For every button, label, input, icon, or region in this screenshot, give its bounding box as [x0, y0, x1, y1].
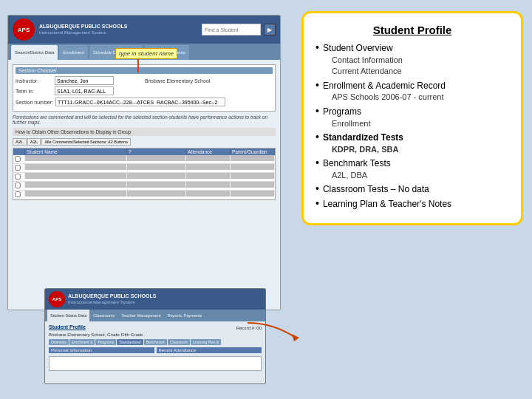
list-item-standardized-tests: • Standardized Tests KDPR, DRA, SBA [316, 132, 509, 155]
bottom-aps-system: Instructional Management System [68, 300, 156, 305]
term-input[interactable] [55, 86, 114, 95]
row-checkbox-3[interactable] [15, 174, 21, 180]
bottom-nav-reports[interactable]: Reports, Payments [164, 310, 205, 321]
info-panel-title: Student Profile [316, 24, 509, 36]
bottom-aps-logo: APS [49, 291, 65, 307]
bullet-learning-plan: • [316, 198, 319, 208]
student-profile-info-panel: Student Profile • Student Overview Conta… [301, 11, 523, 225]
arrow-connector [244, 319, 303, 344]
bottom-screenshot-panel: APS ALBUQUERQUE PUBLIC SCHOOLS Instructi… [44, 288, 266, 384]
bullet-benchmark-tests: • [316, 157, 319, 168]
school-label: Brisbane Elementary School [145, 78, 210, 83]
programs-text: Programs Enrollment [323, 106, 371, 129]
row-checkbox-4[interactable] [15, 183, 21, 188]
bullet-std-tests: • [316, 132, 319, 142]
th-attendance: Attendance [186, 149, 231, 155]
school-row: Brisbane Elementary School [145, 76, 273, 85]
bullet-overview: • [316, 42, 319, 52]
student-table: Student Name ? Attendance Parent/Guardia… [13, 148, 276, 200]
table-row [13, 155, 275, 164]
term-label: Term in: [16, 89, 52, 94]
table-header: Student Name ? Attendance Parent/Guardia… [13, 149, 275, 155]
profile-tabs: Overview Enrollment & Programs Standardi… [49, 339, 262, 345]
nav-enrollment[interactable]: Enrollment [59, 45, 88, 60]
bottom-school-info: Brisbane Elementary School, Grade Fifth … [49, 332, 262, 337]
annotation-text: type in student name [115, 48, 177, 59]
aps-system: Instructional Management System [39, 30, 127, 35]
bottom-student-profile-title: Student Profile [49, 324, 86, 330]
bottom-content-area [49, 356, 262, 371]
bullet-classroom-tests: • [316, 183, 319, 194]
bullet-programs: • [316, 106, 319, 116]
bottom-aps-header: APS ALBUQUERQUE PUBLIC SCHOOLS Instructi… [45, 289, 265, 310]
aps-logo: APS [13, 18, 35, 41]
benchmark-tests-text: Benchmark Tests A2L, DBA [323, 157, 391, 181]
az-bar: A2L A2L Alle Comments/Selected Sections:… [13, 138, 276, 146]
instructor-row: Instructor: [16, 76, 143, 85]
personal-info-title: Personal Information [49, 347, 154, 353]
th-student-name: Student Name [25, 149, 127, 155]
bottom-aps-name: ALBUQUERQUE PUBLIC SCHOOLS [68, 293, 156, 299]
enrollment-sub: Enrollment [332, 118, 371, 129]
table-row [13, 164, 275, 173]
main-content-area: Section Chooser Instructor: Brisbane Ele… [8, 60, 280, 205]
how-to-bar: How to Obtain Other Observations to Disp… [13, 128, 276, 136]
list-item-learning-plan: • Learning Plan & Teacher's Notes [316, 198, 509, 211]
a2l-btn-1[interactable]: A2L [13, 138, 27, 146]
list-item-enrollment: • Enrollment & Academic Record APS Schoo… [316, 80, 509, 103]
kdpr-sub: KDPR, DRA, SBA [332, 144, 403, 155]
table-row [13, 191, 275, 200]
overview-text: Student Overview Contact Information Cur… [323, 42, 403, 78]
tab-programs[interactable]: Programs [95, 339, 116, 345]
classroom-tests-text: Classroom Tests – No data [323, 183, 429, 196]
a2l-dba-sub: A2L, DBA [332, 170, 391, 181]
a2l-btn-2[interactable]: A2L [27, 138, 41, 146]
standardized-tests-text: Standardized Tests KDPR, DRA, SBA [323, 132, 403, 155]
th-q: ? [127, 149, 186, 155]
find-student-button[interactable]: ▶ [264, 24, 276, 35]
tab-enrollment[interactable]: Enrollment & [69, 339, 95, 345]
list-item-overview: • Student Overview Contact Information C… [316, 42, 509, 78]
bottom-nav-bar: Student Status Data Classrooms Teacher M… [45, 310, 265, 321]
bullet-enrollment: • [316, 80, 319, 90]
contact-info-sub: Contact Information [332, 55, 403, 66]
find-student-area[interactable]: ▶ [202, 24, 276, 35]
table-row [13, 173, 275, 182]
current-attendance-sub: Current Attendance [332, 66, 403, 77]
recent-attendance-title: Recent Attendance [157, 347, 262, 353]
list-item-benchmark-tests: • Benchmark Tests A2L, DBA [316, 157, 509, 181]
section-input[interactable] [55, 98, 225, 106]
bottom-main-content: Student Profile Record #: 00 Brisbane El… [45, 321, 265, 374]
svg-marker-0 [292, 334, 299, 341]
aps-header: APS ALBUQUERQUE PUBLIC SCHOOLS Instructi… [8, 16, 280, 44]
section-row: Section number: [16, 98, 273, 106]
find-student-input[interactable] [202, 24, 261, 35]
tab-overview[interactable]: Overview [49, 339, 69, 345]
instructor-input[interactable] [55, 76, 114, 85]
term-row: Term in: [16, 86, 143, 95]
list-item-programs: • Programs Enrollment [316, 106, 509, 129]
row-checkbox-1[interactable] [15, 156, 21, 162]
table-row [13, 182, 275, 191]
annotation-arrow: type in student name [115, 48, 177, 72]
enrollment-text: Enrollment & Academic Record APS Schools… [323, 80, 446, 103]
aps-schools-sub: APS Schools 2006-07 - current [332, 92, 446, 103]
info-panel-list: • Student Overview Contact Information C… [316, 42, 509, 211]
bottom-nav-classrooms[interactable]: Classrooms [90, 310, 117, 321]
row-checkbox-5[interactable] [15, 191, 21, 197]
list-item-classroom-tests: • Classroom Tests – No data [316, 183, 509, 196]
tab-classroom-tests[interactable]: Classroom [168, 339, 190, 345]
left-screenshot-panel: APS ALBUQUERQUE PUBLIC SCHOOLS Instructi… [7, 15, 281, 310]
annotation-line [137, 59, 139, 72]
tab-standardized-tests[interactable]: Standardized [117, 339, 143, 345]
instructor-label: Instructor: [16, 78, 52, 83]
bottom-aps-title: ALBUQUERQUE PUBLIC SCHOOLS Instructional… [68, 293, 156, 305]
tab-benchmark-tests[interactable]: Benchmark [144, 339, 167, 345]
nav-search-data[interactable]: Search/District Data [11, 45, 58, 60]
bottom-nav-search[interactable]: Student Status Data [47, 310, 89, 321]
bottom-nav-teacher-mgmt[interactable]: Teacher Management [118, 310, 163, 321]
alle-comments-btn[interactable]: Alle Comments/Selected Sections: A2 Butt… [41, 138, 131, 146]
learning-plan-text: Learning Plan & Teacher's Notes [323, 198, 451, 211]
row-checkbox-2[interactable] [15, 165, 21, 171]
tab-learning-plan[interactable]: Learning Plan & [191, 339, 222, 345]
